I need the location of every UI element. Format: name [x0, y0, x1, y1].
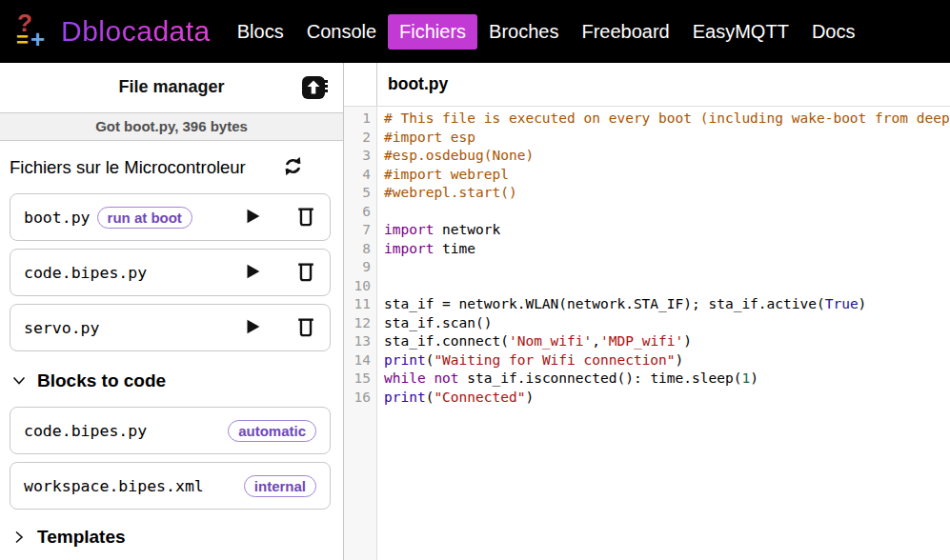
file-name: boot.py	[24, 209, 91, 227]
status-message: Got boot.py, 396 bytes	[0, 112, 343, 141]
logo-equals-glyph: =	[16, 30, 29, 50]
upload-to-device-button[interactable]	[299, 72, 330, 103]
line-text	[377, 258, 393, 277]
line-text: #webrepl.start()	[377, 184, 517, 203]
nav-item-freeboard[interactable]: Freeboard	[570, 14, 680, 50]
delete-file-button[interactable]	[295, 260, 316, 286]
code-line: 14print("Waiting for Wifi connection")	[344, 351, 950, 370]
device-files-row: Fichiers sur le Microcontroleur	[0, 141, 343, 193]
file-item-servo.py[interactable]: servo.py	[10, 304, 331, 351]
line-number: 9	[344, 258, 377, 277]
line-text: sta_if.connect('Nom_wifi','MDP_wifi')	[377, 332, 692, 351]
file-name: servo.py	[24, 319, 99, 337]
app-root: ? = + Dblocadata BlocsConsoleFichiersBro…	[0, 0, 950, 560]
code-editor: boot.py 1# This file is executed on ever…	[344, 63, 950, 560]
trash-icon	[295, 260, 316, 286]
blocks-file-list: code.bipes.pyautomaticworkspace.bipes.xm…	[0, 407, 343, 510]
line-text: #esp.osdebug(None)	[377, 147, 534, 166]
file-item-boot.py[interactable]: boot.pyrun at boot	[10, 193, 331, 241]
editor-header: boot.py	[344, 63, 950, 107]
device-file-list: boot.pyrun at bootcode.bipes.pyservo.py	[0, 193, 343, 351]
delete-file-button[interactable]	[295, 205, 316, 230]
line-number: 11	[344, 295, 377, 314]
file-item-workspace.bipes.xml[interactable]: workspace.bipes.xmlinternal	[10, 462, 331, 510]
code-line: 9	[344, 258, 950, 277]
line-number: 16	[344, 389, 377, 408]
app-title: Dblocadata	[61, 15, 211, 48]
nav-item-docs[interactable]: Docs	[800, 14, 867, 50]
file-name: code.bipes.py	[24, 264, 147, 282]
nav-item-fichiers[interactable]: Fichiers	[388, 14, 477, 50]
code-line: 2#import esp	[344, 129, 950, 148]
line-text: import network	[377, 221, 500, 240]
trash-icon	[295, 315, 316, 341]
device-files-label: Fichiers sur le Microcontroleur	[10, 157, 281, 178]
chevron-down-icon	[11, 373, 27, 389]
line-number: 4	[344, 166, 377, 185]
nav-item-console[interactable]: Console	[295, 14, 388, 50]
templates-label: Templates	[37, 527, 126, 548]
nav-item-broches[interactable]: Broches	[477, 14, 570, 50]
line-number: 15	[344, 370, 377, 389]
upload-to-chip-icon	[299, 91, 330, 106]
line-text	[377, 203, 393, 222]
file-badge: run at boot	[97, 207, 192, 229]
run-file-button[interactable]	[242, 206, 263, 230]
refresh-icon	[281, 154, 305, 181]
line-text	[377, 277, 393, 296]
code-line: 7import network	[344, 221, 950, 240]
line-number: 8	[344, 240, 377, 259]
line-number: 7	[344, 221, 377, 240]
line-number: 5	[344, 184, 377, 203]
play-icon	[242, 316, 263, 340]
chevron-right-icon	[11, 530, 27, 545]
file-badge: internal	[244, 475, 316, 497]
navbar-items: BlocsConsoleFichiersBrochesFreeboardEasy…	[226, 0, 867, 63]
line-number: 13	[344, 332, 377, 351]
line-text: #import webrepl	[377, 166, 509, 185]
code-area[interactable]: 1# This file is executed on every boot (…	[344, 107, 950, 560]
delete-file-button[interactable]	[295, 315, 316, 341]
code-line: 8import time	[344, 240, 950, 259]
run-file-button[interactable]	[242, 261, 263, 285]
refresh-button[interactable]	[281, 154, 305, 181]
blocks-to-code-header[interactable]: Blocks to code	[11, 370, 343, 391]
play-icon	[242, 261, 263, 285]
code-lines: 1# This file is executed on every boot (…	[344, 107, 950, 407]
line-number: 10	[344, 277, 377, 296]
file-item-code.bipes.py[interactable]: code.bipes.py	[10, 249, 331, 296]
editor-gutter-spacer	[344, 63, 377, 106]
nav-item-easymqtt[interactable]: EasyMQTT	[681, 14, 800, 50]
line-text: sta_if = network.WLAN(network.STA_IF); s…	[377, 295, 866, 314]
line-text: import time	[377, 240, 475, 259]
file-name: code.bipes.py	[24, 422, 147, 440]
code-line: 11sta_if = network.WLAN(network.STA_IF);…	[344, 295, 950, 314]
file-manager-title: File manager	[0, 77, 343, 97]
line-number: 14	[344, 351, 377, 370]
code-line: 15while not sta_if.isconnected(): time.s…	[344, 370, 950, 389]
main-split: File manager Got boot.py, 396 bytes	[0, 63, 950, 560]
line-text: print("Connected")	[377, 389, 534, 408]
file-item-code.bipes.py[interactable]: code.bipes.pyautomatic	[10, 407, 331, 454]
blocks-to-code-label: Blocks to code	[37, 370, 166, 391]
logo-plus-glyph: +	[30, 27, 45, 51]
file-badge: automatic	[228, 420, 316, 442]
code-line: 5#webrepl.start()	[344, 184, 950, 203]
line-number: 3	[344, 147, 377, 166]
code-line: 12sta_if.scan()	[344, 314, 950, 333]
code-line: 1# This file is executed on every boot (…	[344, 110, 950, 129]
code-line: 4#import webrepl	[344, 166, 950, 185]
play-icon	[242, 206, 263, 230]
trash-icon	[295, 205, 316, 230]
code-line: 16print("Connected")	[344, 389, 950, 408]
top-navbar: ? = + Dblocadata BlocsConsoleFichiersBro…	[0, 0, 950, 63]
code-line: 13sta_if.connect('Nom_wifi','MDP_wifi')	[344, 332, 950, 351]
templates-header[interactable]: Templates	[11, 527, 343, 548]
line-number: 1	[344, 110, 377, 129]
logo[interactable]: ? = + Dblocadata	[13, 9, 226, 54]
nav-item-blocs[interactable]: Blocs	[226, 14, 295, 50]
file-manager-panel: File manager Got boot.py, 396 bytes	[0, 63, 344, 560]
run-file-button[interactable]	[242, 316, 263, 340]
code-line: 3#esp.osdebug(None)	[344, 147, 950, 166]
line-text: #import esp	[377, 129, 475, 148]
